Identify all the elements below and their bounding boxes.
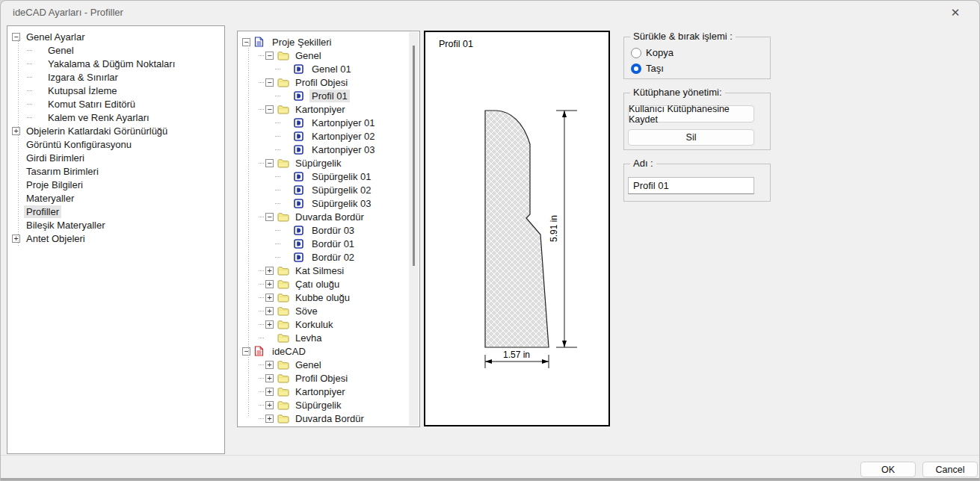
width-dimension-label: 1.57 in [503, 350, 530, 360]
collapse-icon[interactable]: − [242, 38, 250, 46]
tree-item[interactable]: +Söve [238, 304, 419, 317]
tree-item-label: Söve [293, 305, 320, 317]
tree-item[interactable]: −Kartonpiyer [238, 102, 419, 116]
collapse-icon[interactable]: − [265, 213, 274, 221]
profile-name-input[interactable] [628, 177, 754, 194]
tree-item-label: Tasarım Birimleri [24, 165, 101, 178]
collapse-icon[interactable]: − [265, 78, 274, 87]
tree-item[interactable]: Yakalama & Düğüm Noktaları [7, 57, 224, 70]
vertical-scrollbar[interactable] [409, 32, 419, 426]
title-bar: ideCAD Ayarları - Profiller ✕ [1, 1, 979, 25]
expand-icon[interactable]: + [265, 307, 274, 315]
tree-item[interactable]: Izgara & Sınırlar [7, 70, 224, 84]
tree-item[interactable]: Bileşik Materyaller [7, 218, 224, 232]
tree-item-label: Profil 01 [309, 90, 350, 102]
tree-guide-line [18, 37, 19, 246]
expand-icon[interactable]: + [265, 280, 274, 288]
tree-item[interactable]: Komut Satırı Editörü [7, 97, 224, 111]
expand-icon[interactable]: + [265, 401, 274, 409]
tree-item[interactable]: −Proje Şekilleri [238, 35, 419, 49]
tree-item[interactable]: Süpürgelik 03 [238, 196, 419, 210]
tree-item[interactable]: Materyaller [7, 191, 224, 205]
tree-item-label: Bordür 02 [309, 251, 357, 264]
tree-item[interactable]: +Duvarda Bordür [238, 412, 419, 425]
tree-item[interactable]: +Kat Silmesi [238, 425, 419, 427]
tree-connector [275, 69, 280, 69]
tree-item[interactable]: Tasarım Birimleri [7, 164, 224, 178]
expand-icon[interactable]: + [12, 127, 20, 135]
folder-icon [277, 305, 290, 316]
tree-item[interactable]: Profiller [7, 205, 224, 218]
expand-icon[interactable]: + [265, 374, 274, 382]
tree-item[interactable]: +Genel [238, 358, 419, 371]
tree-item[interactable]: Genel [7, 43, 224, 57]
folder-icon [277, 359, 290, 370]
tree-item[interactable]: +Kartonpiyer [238, 385, 419, 398]
expand-icon[interactable]: + [12, 235, 20, 243]
tree-connector [259, 284, 264, 285]
ok-button[interactable]: OK [860, 462, 916, 477]
expand-icon[interactable]: + [265, 294, 274, 302]
tree-connector [259, 324, 264, 325]
radio-option-tasi[interactable]: Taşı [631, 63, 664, 74]
expand-icon[interactable]: + [265, 415, 274, 423]
expand-icon[interactable]: + [265, 267, 274, 275]
radio-unchecked-icon[interactable] [631, 48, 641, 58]
expand-icon[interactable]: + [265, 361, 274, 369]
folder-icon [277, 386, 290, 397]
expand-icon[interactable]: + [265, 388, 274, 396]
tree-item[interactable]: −Profil Objesi [238, 75, 419, 89]
delete-button[interactable]: Sil [628, 129, 754, 146]
tree-item[interactable]: +Süpürgelik [238, 398, 419, 412]
tree-item[interactable]: −Süpürgelik [238, 156, 419, 170]
folder-icon [277, 373, 290, 383]
tree-item[interactable]: +Kat Silmesi [238, 264, 419, 277]
collapse-icon[interactable]: − [265, 52, 274, 60]
tree-item[interactable]: Kartonpiyer 02 [238, 129, 419, 143]
tree-item[interactable]: Girdi Birimleri [7, 151, 224, 164]
save-to-user-library-button[interactable]: Kullanıcı Kütüphanesine Kaydet [628, 105, 754, 122]
tree-item[interactable]: −ideCAD [238, 344, 419, 358]
tree-item[interactable]: +Korkuluk [238, 317, 419, 331]
tree-item[interactable]: Genel 01 [238, 62, 419, 75]
tree-item[interactable]: Bordür 02 [238, 250, 419, 264]
tree-item[interactable]: Görüntü Konfigürasyonu [7, 137, 224, 151]
folder-icon [277, 426, 290, 427]
tree-item[interactable]: Bordür 01 [238, 237, 419, 250]
tree-item[interactable]: +Antet Objeleri [7, 232, 224, 245]
tree-item[interactable]: +Objelerin Katlardaki Görünürlüğü [7, 124, 224, 137]
collapse-icon[interactable]: − [265, 159, 274, 167]
tree-item-label: Süpürgelik [293, 399, 343, 412]
tree-item[interactable]: Kutupsal İzleme [7, 84, 224, 97]
radio-checked-icon[interactable] [631, 63, 641, 74]
scrollbar-thumb[interactable] [413, 46, 415, 266]
expand-icon[interactable]: + [265, 320, 274, 329]
cancel-button[interactable]: Cancel [922, 462, 978, 477]
tree-item[interactable]: Levha [238, 331, 419, 344]
tree-connector [259, 311, 264, 311]
tree-item[interactable]: Proje Bilgileri [7, 178, 224, 191]
tree-item[interactable]: Kartonpiyer 01 [238, 116, 419, 129]
collapse-icon[interactable]: − [12, 33, 20, 41]
tree-item[interactable]: +Çatı oluğu [238, 277, 419, 291]
tree-item[interactable]: −Genel [238, 49, 419, 62]
tree-item[interactable]: Kalem ve Renk Ayarları [7, 111, 224, 124]
close-icon[interactable]: ✕ [943, 4, 967, 22]
tree-item-label: Materyaller [24, 192, 76, 205]
tree-item[interactable]: −Genel Ayarlar [7, 30, 224, 43]
collapse-icon[interactable]: − [265, 105, 274, 114]
tree-item[interactable]: +Kubbe oluğu [238, 291, 419, 304]
tree-item[interactable]: +Profil Objesi [238, 371, 419, 385]
profile-shape-icon [294, 171, 306, 181]
tree-item[interactable]: Profil 01 [238, 89, 419, 102]
collapse-icon[interactable]: − [242, 347, 250, 356]
tree-item[interactable]: −Duvarda Bordür [238, 210, 419, 223]
radio-option-kopya[interactable]: Kopya [631, 47, 674, 58]
name-group-label: Adı : [630, 158, 656, 169]
tree-item[interactable]: Kartonpiyer 03 [238, 143, 419, 156]
tree-item-label: Proje Bilgileri [24, 179, 85, 191]
tree-item[interactable]: Süpürgelik 02 [238, 183, 419, 196]
tree-item[interactable]: Süpürgelik 01 [238, 170, 419, 183]
profile-shape-icon [294, 238, 306, 249]
tree-item[interactable]: Bordür 03 [238, 223, 419, 237]
